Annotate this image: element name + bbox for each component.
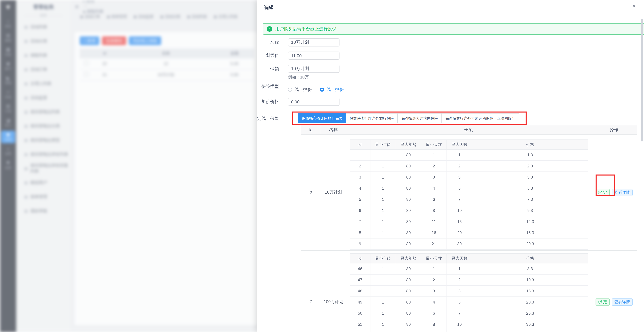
insurance-tab-1[interactable]: 保游畅心游休闲旅行保险	[298, 113, 346, 123]
bind-button[interactable]: 绑 定	[596, 189, 610, 196]
subtable-row: 52180111535.3	[350, 330, 588, 332]
strike-price-input[interactable]	[288, 52, 340, 60]
radio-offline-label: 线下投保	[294, 87, 312, 93]
radio-online-label: 线上投保	[326, 87, 344, 93]
subtable-cell: 3.3	[472, 172, 588, 183]
subtable-cell: 1	[370, 194, 396, 205]
name-input[interactable]	[288, 38, 340, 47]
subtable-column-header: 最小天数	[421, 253, 447, 263]
subtable-row: 5180677.3	[350, 194, 588, 205]
alert-text: 用户购买后请平台线上进行投保	[275, 26, 336, 31]
markup-price-label: 加价价格	[262, 98, 279, 106]
subtable-cell: 80	[396, 285, 421, 297]
subtable-cell: 4	[421, 183, 447, 194]
success-alert: ✓ 用户购买后请平台线上进行投保	[263, 23, 644, 35]
subtable-cell: 16	[421, 227, 447, 238]
subtable-row: 491804520.3	[350, 297, 588, 308]
subtable-cell: 7	[447, 308, 472, 319]
subtable-cell: 80	[396, 194, 421, 205]
subtable-cell: 10.3	[472, 274, 588, 285]
subtable-column-header: 最大年龄	[396, 253, 421, 263]
subtable-cell: 21	[421, 238, 447, 249]
close-icon[interactable]: ×	[632, 3, 636, 10]
coverage-input[interactable]	[288, 65, 340, 73]
subtable-cell: 1.3	[472, 149, 588, 160]
radio-dot-icon	[320, 88, 324, 92]
subtable-row: 61808109.3	[350, 205, 588, 216]
name-label: 名称	[270, 38, 279, 47]
subtable-cell: 1	[370, 319, 396, 330]
subtable-cell: 5	[447, 297, 472, 308]
subtable-cell: 1	[370, 263, 396, 274]
check-circle-icon: ✓	[267, 26, 272, 32]
subtable-cell: 49	[350, 297, 370, 308]
subtable-cell: 7.3	[472, 194, 588, 205]
subtable-header-row: id最小年龄最大年龄最小天数最大天数价格	[350, 140, 588, 149]
scrollbar-thumb[interactable]	[641, 19, 643, 141]
insurance-tab-2[interactable]: 保游侠客行趣户外旅行保险	[346, 113, 398, 123]
subtable-cell: 7	[447, 194, 472, 205]
insurance-tab-3[interactable]: 保游拓展大师境内保险	[398, 113, 442, 123]
subtable-cell: 9.3	[472, 205, 588, 216]
subtable-cell: 2	[421, 274, 447, 285]
subtable-cell: 1	[370, 183, 396, 194]
subtable-cell: 1	[370, 172, 396, 183]
radio-offline[interactable]: 线下投保	[288, 87, 312, 93]
plan-id-cell: 2	[301, 135, 321, 250]
subtable-cell: 2	[447, 274, 472, 285]
subtable-cell: 80	[396, 172, 421, 183]
drawer-title: 编辑	[264, 4, 274, 12]
subtable-cell: 3	[350, 172, 370, 183]
subtable-cell: 2	[421, 160, 447, 172]
subtable-cell: 5	[350, 194, 370, 205]
coverage-hint: 例如：10万	[288, 74, 309, 80]
plan-subitems-cell: id最小年龄最大年龄最小天数最大天数价格46180118.3471802210.…	[346, 250, 591, 332]
subtable-cell: 1	[421, 263, 447, 274]
subtable-cell: 11	[421, 330, 447, 332]
subtable-column-header: 最大年龄	[396, 140, 421, 149]
subtable-cell: 1	[370, 216, 396, 227]
subtable-row: 501806725.3	[350, 308, 588, 319]
plans-column-header: id	[301, 125, 321, 135]
subtable-cell: 1	[421, 149, 447, 160]
plans-column-header: 操作	[591, 125, 637, 135]
subtable-cell: 30	[447, 238, 472, 249]
subtable-cell: 20	[447, 227, 472, 238]
subtable-cell: 30.3	[472, 319, 588, 330]
plan-actions-cell: 绑 定查看详情	[591, 250, 637, 332]
markup-price-input[interactable]	[288, 98, 340, 106]
subtable-cell: 25.3	[472, 308, 588, 319]
plan-row: 210万计划id最小年龄最大年龄最小天数最大天数价格1180111.321802…	[301, 135, 637, 250]
subtable-cell: 52	[350, 330, 370, 332]
plans-table: id名称子项操作 210万计划id最小年龄最大年龄最小天数最大天数价格11801…	[301, 125, 637, 332]
subtable-cell: 3	[447, 172, 472, 183]
insurance-tab-4[interactable]: 保游侠客行户外大师运动保险（互联网版）	[442, 113, 519, 123]
plan-actions-cell: 绑 定查看详情	[591, 135, 637, 250]
subtable-cell: 10	[447, 319, 472, 330]
view-detail-button[interactable]: 查看详情	[612, 189, 632, 196]
subtable-cell: 5.3	[472, 183, 588, 194]
view-detail-button[interactable]: 查看详情	[612, 298, 632, 305]
subtable-column-header: id	[350, 253, 370, 263]
subtable-cell: 80	[396, 160, 421, 172]
strike-price-label: 划线价	[266, 52, 279, 60]
plans-table-wrap: id名称子项操作 210万计划id最小年龄最大年龄最小天数最大天数价格11801…	[301, 125, 637, 332]
subtable-cell: 1	[350, 149, 370, 160]
subtable-row: 481803315.3	[350, 285, 588, 297]
bind-button[interactable]: 绑 定	[596, 298, 610, 305]
subtable-cell: 9	[350, 238, 370, 249]
subtable-row: 46180118.3	[350, 263, 588, 274]
subtable-cell: 80	[396, 274, 421, 285]
radio-online[interactable]: 线上投保	[320, 87, 344, 93]
subtable-row: 3180333.3	[350, 172, 588, 183]
subtable-column-header: 最大天数	[447, 140, 472, 149]
subtable-cell: 8.3	[472, 263, 588, 274]
insurance-type-label: 保险类型	[262, 83, 279, 91]
subtable-cell: 80	[396, 238, 421, 249]
subtable-cell: 1	[370, 205, 396, 216]
subtable-cell: 80	[396, 308, 421, 319]
subtable-cell: 80	[396, 319, 421, 330]
subtable-cell: 50	[350, 308, 370, 319]
subtable-cell: 1	[370, 285, 396, 297]
bind-insurance-label: 绑定线上保险	[258, 114, 279, 123]
